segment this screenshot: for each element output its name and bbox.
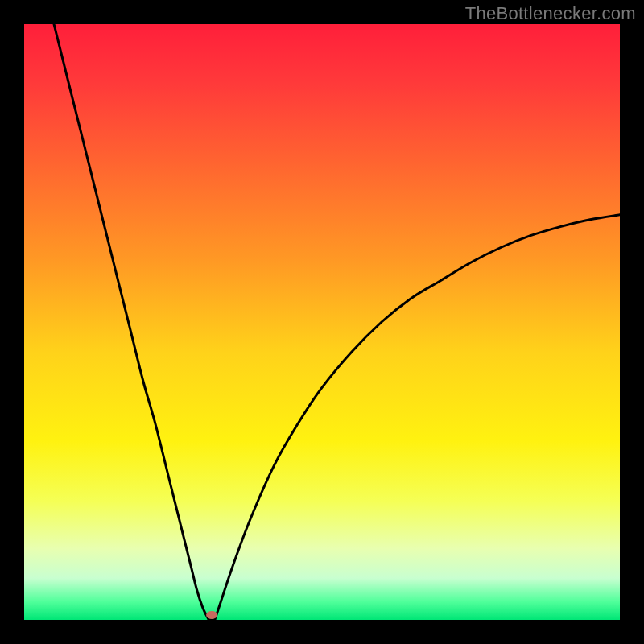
watermark-text: TheBottlenecker.com bbox=[465, 3, 636, 24]
chart-frame bbox=[24, 24, 620, 620]
min-marker bbox=[206, 611, 217, 619]
gradient-background bbox=[24, 24, 620, 620]
chart-svg bbox=[24, 24, 620, 620]
